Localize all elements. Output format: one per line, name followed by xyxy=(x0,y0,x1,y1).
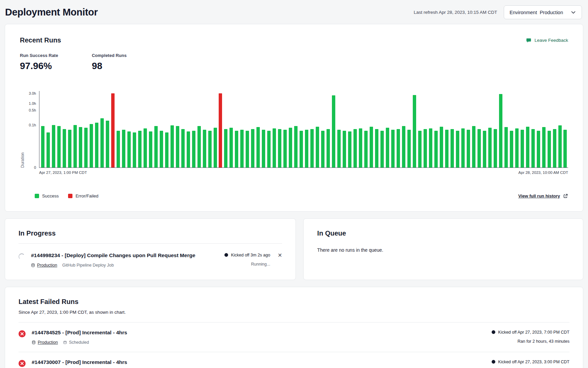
run-bar-success[interactable] xyxy=(229,128,233,167)
run-bar-success[interactable] xyxy=(246,131,249,167)
run-bar-success[interactable] xyxy=(149,131,152,167)
run-bar-success[interactable] xyxy=(52,125,55,167)
run-bar-success[interactable] xyxy=(488,128,492,167)
run-bar-success[interactable] xyxy=(68,130,71,167)
close-icon[interactable]: ✕ xyxy=(278,253,282,258)
run-bar-success[interactable] xyxy=(84,128,88,167)
run-bar-success[interactable] xyxy=(548,131,551,167)
run-bar-success[interactable] xyxy=(171,125,174,167)
run-bar-success[interactable] xyxy=(203,130,206,167)
run-bar-success[interactable] xyxy=(472,126,475,167)
run-bar-success[interactable] xyxy=(364,131,368,167)
environment-link[interactable]: Production xyxy=(31,263,57,268)
run-bar-success[interactable] xyxy=(289,128,292,167)
run-bar-success[interactable] xyxy=(380,131,384,167)
run-bar-success[interactable] xyxy=(531,129,535,167)
run-bar-success[interactable] xyxy=(424,129,427,167)
run-bar-success[interactable] xyxy=(294,126,298,167)
run-bar-success[interactable] xyxy=(343,131,346,167)
run-bar-success[interactable] xyxy=(214,128,217,167)
run-bar-success[interactable] xyxy=(133,132,136,167)
run-bar-success[interactable] xyxy=(283,130,287,167)
run-bar-success[interactable] xyxy=(160,131,163,167)
run-bar-success[interactable] xyxy=(477,129,481,167)
run-bar-success[interactable] xyxy=(418,131,422,167)
run-bar-success[interactable] xyxy=(359,128,362,167)
run-bar-success[interactable] xyxy=(386,128,389,167)
run-bar-success[interactable] xyxy=(310,129,314,167)
run-bar-success[interactable] xyxy=(461,128,465,167)
run-bar-success[interactable] xyxy=(63,129,66,167)
run-bar-success[interactable] xyxy=(144,128,147,167)
run-bar-success[interactable] xyxy=(106,121,109,167)
run-bar-success[interactable] xyxy=(510,131,513,167)
run-bar-success[interactable] xyxy=(353,129,357,167)
run-bar-success[interactable] xyxy=(391,130,395,167)
run-bar-success[interactable] xyxy=(348,131,351,167)
run-bar-success[interactable] xyxy=(256,127,260,167)
run-bar-success[interactable] xyxy=(240,130,244,167)
run-bar-success[interactable] xyxy=(526,127,529,167)
run-bar-success[interactable] xyxy=(429,128,432,167)
run-bar-success[interactable] xyxy=(181,129,185,167)
run-bar-success[interactable] xyxy=(456,131,459,167)
run-bar-success[interactable] xyxy=(563,130,567,167)
run-bar-success[interactable] xyxy=(278,129,281,167)
run-bar-success[interactable] xyxy=(537,131,540,167)
run-bar-success[interactable] xyxy=(316,127,319,167)
run-bar-success[interactable] xyxy=(73,125,77,167)
run-bar-success[interactable] xyxy=(57,126,61,167)
run-bar-success[interactable] xyxy=(332,95,335,167)
run-bar-success[interactable] xyxy=(197,126,201,167)
run-bar-success[interactable] xyxy=(117,131,120,167)
run-bar-success[interactable] xyxy=(397,129,400,167)
run-bar-success[interactable] xyxy=(542,127,546,167)
run-bar-success[interactable] xyxy=(494,129,497,167)
run-bar-success[interactable] xyxy=(262,130,265,167)
run-bar-success[interactable] xyxy=(467,130,470,167)
run-bar-success[interactable] xyxy=(407,130,411,167)
run-bar-success[interactable] xyxy=(402,126,405,167)
run-bar-success[interactable] xyxy=(187,131,190,167)
run-bar-success[interactable] xyxy=(267,131,271,167)
run-bar-success[interactable] xyxy=(499,94,502,167)
run-bar-success[interactable] xyxy=(375,129,378,167)
run-bar-success[interactable] xyxy=(165,132,168,167)
run-bar-success[interactable] xyxy=(451,129,454,167)
run-bar-success[interactable] xyxy=(440,127,443,167)
run-bar-success[interactable] xyxy=(176,126,179,167)
run-bar-success[interactable] xyxy=(558,125,562,167)
environment-select[interactable]: Environment Production xyxy=(504,5,582,19)
run-bar-success[interactable] xyxy=(138,131,142,167)
run-bar-success[interactable] xyxy=(327,129,330,167)
run-bar-success[interactable] xyxy=(127,131,131,167)
run-bar-success[interactable] xyxy=(273,128,276,167)
run-bar-success[interactable] xyxy=(483,131,486,167)
run-bar-failed[interactable] xyxy=(219,93,222,167)
run-bar-success[interactable] xyxy=(154,126,158,167)
run-bar-success[interactable] xyxy=(192,131,195,167)
run-bar-success[interactable] xyxy=(41,126,44,167)
run-bar-success[interactable] xyxy=(321,131,324,167)
run-bar-success[interactable] xyxy=(521,130,524,167)
run-bar-success[interactable] xyxy=(235,131,238,167)
run-bar-success[interactable] xyxy=(504,127,508,167)
run-bar-failed[interactable] xyxy=(111,93,115,167)
run-bar-success[interactable] xyxy=(413,95,416,167)
run-bar-success[interactable] xyxy=(300,131,303,167)
run-bar-success[interactable] xyxy=(445,130,448,167)
run-bar-success[interactable] xyxy=(434,131,438,167)
run-bar-success[interactable] xyxy=(47,132,50,167)
run-bar-success[interactable] xyxy=(208,131,212,167)
run-bar-success[interactable] xyxy=(90,124,93,167)
view-full-run-history-link[interactable]: View full run history xyxy=(518,193,568,198)
run-bar-success[interactable] xyxy=(553,129,556,167)
run-bar-success[interactable] xyxy=(122,130,125,167)
run-bar-success[interactable] xyxy=(515,128,519,167)
run-bar-success[interactable] xyxy=(100,118,104,167)
run-bar-success[interactable] xyxy=(370,127,373,167)
run-bar-success[interactable] xyxy=(305,130,308,167)
run-bar-success[interactable] xyxy=(224,129,227,167)
run-bar-success[interactable] xyxy=(251,129,254,167)
leave-feedback-link[interactable]: Leave Feedback xyxy=(526,38,568,43)
